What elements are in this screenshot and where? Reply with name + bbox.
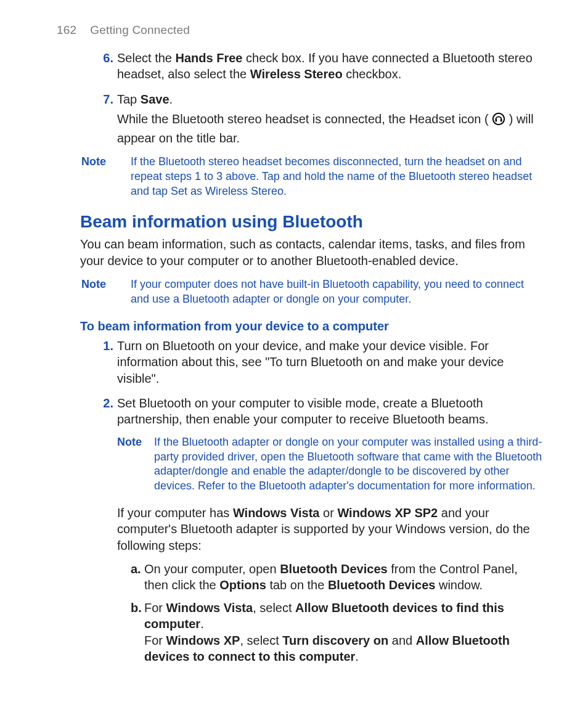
substep-body: On your computer, open Bluetooth Devices… bbox=[144, 561, 544, 594]
note-block: Note If the Bluetooth stereo headset bec… bbox=[81, 155, 544, 198]
ordered-list-beam: 1. Turn on Bluetooth on your device, and… bbox=[97, 338, 544, 671]
substep-letter: b. bbox=[131, 600, 144, 665]
note-body: If your computer does not have built-in … bbox=[131, 277, 544, 307]
sub-ordered-list: a. On your computer, open Bluetooth Devi… bbox=[131, 561, 544, 664]
note-label: Note bbox=[81, 277, 131, 307]
step-body: Select the Hands Free check box. If you … bbox=[117, 50, 544, 83]
step-7-continuation: While the Bluetooth stereo headset is co… bbox=[117, 111, 544, 146]
substep-body: For Windows Vista, select Allow Bluetoot… bbox=[144, 600, 544, 665]
beam-step-1: 1. Turn on Bluetooth on your device, and… bbox=[97, 338, 544, 386]
step-body: Turn on Bluetooth on your device, and ma… bbox=[117, 338, 544, 386]
substep-a: a. On your computer, open Bluetooth Devi… bbox=[131, 561, 544, 594]
note-body: If the Bluetooth stereo headset becomes … bbox=[131, 155, 544, 198]
subheading: To beam information from your device to … bbox=[80, 318, 544, 334]
page-number: 162 bbox=[57, 23, 76, 36]
substep-b: b. For Windows Vista, select Allow Bluet… bbox=[131, 600, 544, 665]
svg-rect-1 bbox=[496, 119, 497, 122]
svg-point-0 bbox=[493, 113, 504, 125]
section-heading: Beam information using Bluetooth bbox=[80, 211, 544, 234]
section-name: Getting Connected bbox=[90, 23, 190, 36]
step-number: 2. bbox=[97, 395, 113, 671]
note-block: Note If your computer does not have buil… bbox=[81, 277, 544, 307]
note-block-inner: Note If the Bluetooth adapter or dongle … bbox=[117, 435, 544, 494]
step-2-continuation: If your computer has Windows Vista or Wi… bbox=[117, 505, 544, 553]
note-body: If the Bluetooth adapter or dongle on yo… bbox=[154, 435, 544, 494]
step-number: 7. bbox=[97, 91, 113, 146]
step-body: Tap Save. While the Bluetooth stereo hea… bbox=[117, 91, 544, 146]
note-label: Note bbox=[81, 155, 131, 198]
step-7: 7. Tap Save. While the Bluetooth stereo … bbox=[97, 91, 544, 146]
step-number: 6. bbox=[97, 50, 113, 83]
ordered-list-top: 6. Select the Hands Free check box. If y… bbox=[97, 50, 544, 146]
step-body: Set Bluetooth on your computer to visibl… bbox=[117, 395, 544, 671]
section-intro: You can beam information, such as contac… bbox=[80, 236, 544, 269]
headset-icon bbox=[492, 112, 505, 129]
svg-rect-2 bbox=[500, 119, 502, 122]
step-6: 6. Select the Hands Free check box. If y… bbox=[97, 50, 544, 83]
step-number: 1. bbox=[97, 338, 113, 386]
beam-step-2: 2. Set Bluetooth on your computer to vis… bbox=[97, 395, 544, 671]
substep-letter: a. bbox=[131, 561, 144, 594]
page-header: 162 Getting Connected bbox=[57, 22, 544, 38]
note-label: Note bbox=[117, 435, 154, 494]
